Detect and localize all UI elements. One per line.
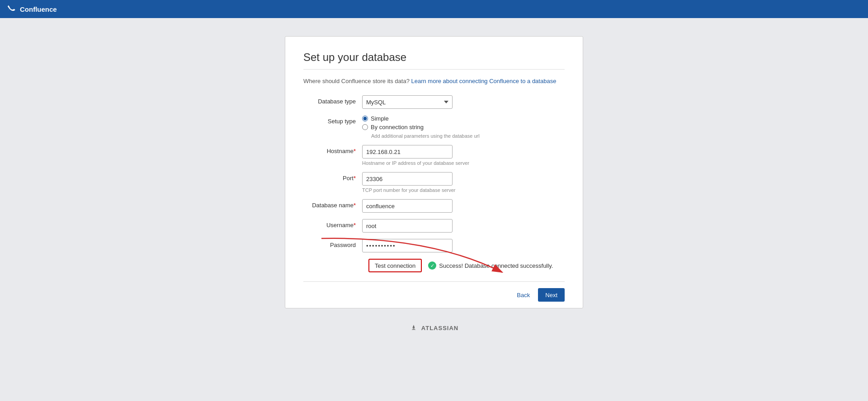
setup-type-radio-group: Simple By connection string Add addition… — [362, 115, 565, 139]
password-input[interactable] — [362, 239, 453, 252]
topbar: Confluence — [0, 0, 868, 18]
radio-connection-string-label: By connection string — [371, 124, 424, 131]
setup-card: Set up your database Where should Conflu… — [285, 36, 583, 308]
username-row: Username* — [303, 219, 565, 233]
footer-wrapper: Back Next — [303, 281, 565, 308]
card-footer: Back Next — [303, 281, 565, 308]
confluence-icon — [7, 5, 16, 14]
username-field-group — [362, 219, 565, 233]
password-row: Password — [303, 239, 565, 252]
port-field-group: TCP port number for your database server — [362, 172, 565, 193]
connection-string-hint: Add additional parameters using the data… — [371, 133, 565, 139]
hostname-input[interactable] — [362, 145, 453, 159]
database-type-field-group: MySQL PostgreSQL Oracle Microsoft SQL Se… — [362, 95, 565, 109]
atlassian-label: ATLASSIAN — [421, 325, 458, 331]
hostname-label: Hostname* — [303, 145, 362, 154]
database-type-row: Database type MySQL PostgreSQL Oracle Mi… — [303, 95, 565, 109]
password-label: Password — [303, 239, 362, 248]
radio-connection-string[interactable]: By connection string — [362, 124, 565, 131]
radio-connection-string-input[interactable] — [362, 124, 368, 130]
hostname-row: Hostname* Hostname or IP address of your… — [303, 145, 565, 166]
atlassian-footer: ATLASSIAN — [410, 324, 458, 332]
test-connection-button[interactable]: Test connection — [368, 259, 422, 272]
hostname-field-group: Hostname or IP address of your database … — [362, 145, 565, 166]
success-text: Success! Database connected successfully… — [439, 262, 553, 269]
username-input[interactable] — [362, 219, 453, 233]
database-type-label: Database type — [303, 95, 362, 105]
success-icon: ✓ — [428, 261, 436, 270]
test-connection-area: Test connection ✓ Success! Database conn… — [368, 259, 553, 272]
atlassian-logo-icon — [410, 324, 418, 332]
setup-type-field-group: Simple By connection string Add addition… — [362, 115, 565, 139]
password-field-group — [362, 239, 565, 252]
database-type-select[interactable]: MySQL PostgreSQL Oracle Microsoft SQL Se… — [362, 95, 453, 109]
username-label: Username* — [303, 219, 362, 228]
hostname-hint: Hostname or IP address of your database … — [362, 160, 565, 166]
test-connection-row: Test connection ✓ Success! Database conn… — [303, 259, 565, 281]
success-message-area: ✓ Success! Database connected successful… — [428, 261, 553, 270]
subtitle-text: Where should Confluence store its data? — [303, 78, 410, 84]
page-title: Set up your database — [303, 51, 565, 64]
next-button[interactable]: Next — [538, 288, 565, 302]
database-name-field-group — [362, 199, 565, 213]
radio-simple-input[interactable] — [362, 116, 368, 121]
port-input[interactable] — [362, 172, 453, 186]
radio-simple-label: Simple — [371, 115, 389, 122]
port-label: Port* — [303, 172, 362, 182]
card-subtitle: Where should Confluence store its data? … — [303, 78, 565, 84]
port-row: Port* TCP port number for your database … — [303, 172, 565, 193]
setup-type-row: Setup type Simple By connection string A… — [303, 115, 565, 139]
setup-type-label: Setup type — [303, 115, 362, 125]
port-hint: TCP port number for your database server — [362, 187, 565, 193]
back-button[interactable]: Back — [513, 289, 533, 301]
title-divider — [303, 69, 565, 70]
confluence-logo: Confluence — [7, 5, 57, 14]
main-content: Set up your database Where should Conflu… — [0, 18, 868, 401]
database-name-label: Database name* — [303, 199, 362, 209]
topbar-title: Confluence — [20, 5, 57, 13]
learn-more-link[interactable]: Learn more about connecting Confluence t… — [411, 78, 556, 84]
database-name-row: Database name* — [303, 199, 565, 213]
database-name-input[interactable] — [362, 199, 453, 213]
radio-simple[interactable]: Simple — [362, 115, 565, 122]
